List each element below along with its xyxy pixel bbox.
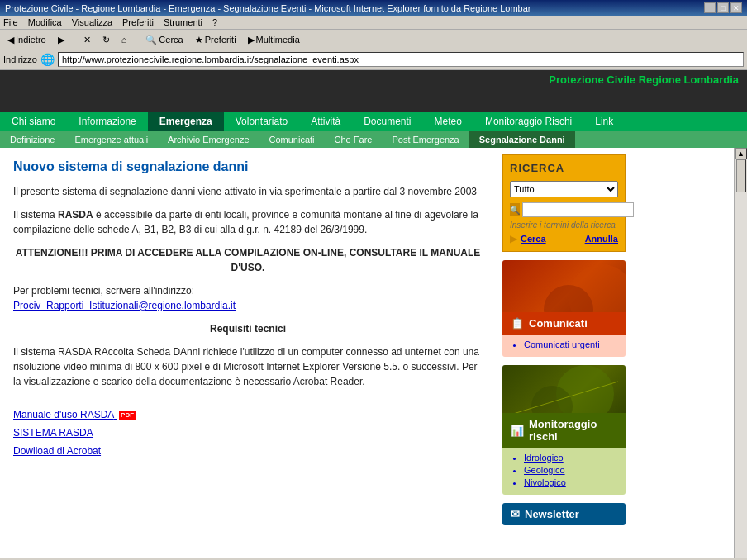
monitoraggio-icon: 📊 bbox=[511, 425, 524, 437]
cerca-row: ▶ Cerca Annulla bbox=[510, 233, 618, 244]
comunicati-icon: 📋 bbox=[511, 317, 524, 330]
paragraph-1: Il presente sistema di segnalazione dann… bbox=[13, 184, 483, 199]
newsletter-box: ✉ Newsletter bbox=[502, 503, 626, 525]
address-bar: Indirizzo 🌐 bbox=[0, 50, 747, 70]
menubar: File Modifica Visualizza Preferiti Strum… bbox=[0, 16, 747, 30]
back-arrow-icon: ◀ bbox=[7, 35, 14, 45]
email-link[interactable]: Prociv_Rapporti_Istituzionali@regione.lo… bbox=[13, 298, 483, 313]
comunicati-item-1[interactable]: Comunicati urgenti bbox=[524, 339, 617, 349]
main-content-panel: Nuovo sistema di segnalazione danni Il p… bbox=[0, 148, 496, 532]
page-content: Protezione Civile Regione Lombardia Chi … bbox=[0, 70, 747, 558]
nav-link[interactable]: Link bbox=[583, 112, 625, 131]
search-toolbar-icon: 🔍 bbox=[145, 35, 157, 45]
monitoraggio-box: 📊 Monitoraggio rischi Idrologico Geologi… bbox=[502, 365, 626, 495]
monitoraggio-body: Idrologico Geologico Nivologico bbox=[502, 448, 626, 495]
subnav-emergenze-attuali[interactable]: Emergenze attuali bbox=[64, 131, 158, 148]
comunicati-header: 📋 Comunicati bbox=[502, 312, 626, 335]
forward-arrow-icon: ▶ bbox=[58, 35, 64, 45]
subnav-comunicati[interactable]: Comunicati bbox=[259, 131, 325, 148]
address-input[interactable] bbox=[58, 52, 744, 67]
browser-toolbar: ◀ Indietro ▶ ✕ ↻ ⌂ 🔍 Cerca ★ Preferiti ▶… bbox=[0, 30, 747, 50]
close-button[interactable]: ✕ bbox=[730, 2, 742, 13]
warning-text: ATTENZIONE!!! PRIMA DI ACCEDERE ALLA COM… bbox=[13, 245, 483, 275]
favorites-toolbar-button[interactable]: ★ Preferiti bbox=[191, 33, 240, 47]
nav-meteo[interactable]: Meteo bbox=[423, 112, 473, 131]
monitoraggio-item-2[interactable]: Geologico bbox=[524, 465, 617, 475]
minimize-button[interactable]: _ bbox=[704, 2, 716, 13]
comunicati-body: Comunicati urgenti bbox=[502, 335, 626, 357]
monitoraggio-header: 📊 Monitoraggio rischi bbox=[502, 413, 626, 448]
nav-monitoraggio[interactable]: Monitoraggio Rischi bbox=[473, 112, 583, 131]
scrollbar[interactable]: ▲ ▼ bbox=[734, 148, 747, 558]
maximize-button[interactable]: □ bbox=[717, 2, 729, 13]
refresh-button[interactable]: ↻ bbox=[98, 33, 114, 47]
section-title: Requisiti tecnici bbox=[13, 321, 483, 336]
nav-documenti[interactable]: Documenti bbox=[352, 112, 422, 131]
address-icon: 🌐 bbox=[40, 53, 55, 66]
site-header-title: Protezione Civile Regione Lombardia bbox=[540, 70, 747, 89]
monitoraggio-image: 📊 Monitoraggio rischi bbox=[502, 365, 626, 448]
nav-chi-siamo[interactable]: Chi siamo bbox=[0, 112, 67, 131]
ricerca-text-input[interactable] bbox=[522, 202, 634, 217]
subnav-segnalazione-danni[interactable]: Segnalazione Danni bbox=[469, 131, 575, 148]
cerca-link[interactable]: Cerca bbox=[521, 234, 546, 244]
monitoraggio-item-1[interactable]: Idrologico bbox=[524, 453, 617, 463]
newsletter-header: ✉ Newsletter bbox=[502, 503, 626, 525]
subnav-che-fare[interactable]: Che Fare bbox=[325, 131, 383, 148]
ricerca-input-row: 🔍 bbox=[510, 202, 618, 217]
nav-attivita[interactable]: Attività bbox=[299, 112, 352, 131]
pdf-icon: PDF bbox=[119, 411, 136, 420]
scroll-thumb[interactable] bbox=[736, 159, 746, 192]
nav-emergenza[interactable]: Emergenza bbox=[148, 112, 224, 131]
menu-visualizza[interactable]: Visualizza bbox=[72, 17, 112, 27]
star-icon: ★ bbox=[195, 35, 203, 45]
menu-strumenti[interactable]: Strumenti bbox=[164, 17, 202, 27]
page-title: Nuovo sistema di segnalazione danni bbox=[13, 159, 483, 174]
browser-title: Protezione Civile - Regione Lombardia - … bbox=[5, 3, 531, 13]
stop-button[interactable]: ✕ bbox=[79, 33, 95, 47]
content-area: Nuovo sistema di segnalazione danni Il p… bbox=[0, 148, 747, 532]
sidebar: RICERCA Tutto Comunicati Documenti Notiz… bbox=[496, 148, 632, 532]
toolbar-separator bbox=[74, 31, 74, 48]
monitoraggio-item-3[interactable]: Nivologico bbox=[524, 477, 617, 487]
menu-modifica[interactable]: Modifica bbox=[28, 17, 62, 27]
forward-button[interactable]: ▶ bbox=[54, 33, 69, 47]
titlebar: Protezione Civile - Regione Lombardia - … bbox=[0, 0, 747, 16]
ricerca-search-icon: 🔍 bbox=[510, 203, 520, 216]
menu-help[interactable]: ? bbox=[212, 17, 217, 27]
paragraph-4: Il sistema RASDA RAccolta Scheda DAnni r… bbox=[13, 344, 483, 389]
scroll-up-button[interactable]: ▲ bbox=[735, 148, 747, 159]
ricerca-box: RICERCA Tutto Comunicati Documenti Notiz… bbox=[502, 154, 626, 252]
ricerca-title: RICERCA bbox=[510, 162, 618, 174]
nav-informazione[interactable]: Informazione bbox=[67, 112, 147, 131]
acrobat-link[interactable]: Dowlload di Acrobat bbox=[13, 445, 483, 457]
manuale-link[interactable]: Manuale d'uso RASDA PDF bbox=[13, 409, 483, 420]
ricerca-select[interactable]: Tutto Comunicati Documenti Notizie bbox=[510, 181, 618, 197]
subnav-definizione[interactable]: Definizione bbox=[0, 131, 64, 148]
site-header: Protezione Civile Regione Lombardia bbox=[0, 70, 747, 112]
subnav-post-emergenza[interactable]: Post Emergenza bbox=[382, 131, 469, 148]
newsletter-icon: ✉ bbox=[511, 508, 520, 520]
nav-volontariato[interactable]: Volontariato bbox=[224, 112, 299, 131]
rasda-bold: RASDA bbox=[58, 209, 93, 221]
paragraph-2: Il sistema RASDA è accessibile da parte … bbox=[13, 207, 483, 237]
annulla-link[interactable]: Annulla bbox=[585, 234, 618, 244]
cerca-arrow-icon: ▶ bbox=[510, 233, 517, 244]
search-toolbar-button[interactable]: 🔍 Cerca bbox=[141, 33, 187, 47]
ricerca-placeholder: Inserire i termini della ricerca bbox=[510, 221, 618, 230]
paragraph-3: Per problemi tecnici, scrivere all'indir… bbox=[13, 283, 483, 313]
address-label: Indirizzo bbox=[3, 55, 37, 64]
scroll-track bbox=[735, 159, 747, 558]
subnav-archivio[interactable]: Archivio Emergenze bbox=[158, 131, 259, 148]
sistema-rasda-link[interactable]: SISTEMA RASDA bbox=[13, 427, 483, 439]
multimedia-icon: ▶ bbox=[248, 35, 255, 45]
home-button[interactable]: ⌂ bbox=[117, 33, 131, 46]
main-navigation: Chi siamo Informazione Emergenza Volonta… bbox=[0, 112, 747, 131]
comunicati-image: 📋 Comunicati bbox=[502, 260, 626, 335]
sub-navigation: Definizione Emergenze attuali Archivio E… bbox=[0, 131, 747, 148]
menu-file[interactable]: File bbox=[3, 17, 18, 27]
back-button[interactable]: ◀ Indietro bbox=[3, 33, 50, 47]
menu-preferiti[interactable]: Preferiti bbox=[122, 17, 154, 27]
comunicati-box: 📋 Comunicati Comunicati urgenti bbox=[502, 260, 626, 357]
multimedia-toolbar-button[interactable]: ▶ Multimedia bbox=[244, 33, 304, 47]
